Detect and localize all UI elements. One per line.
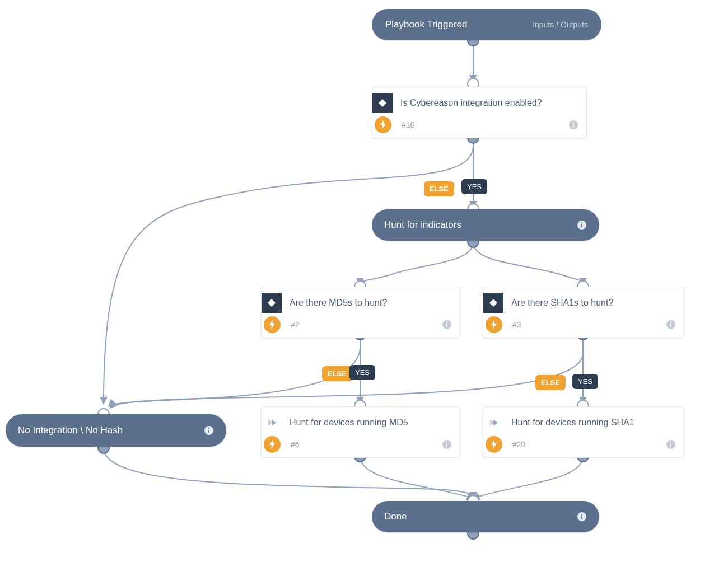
node-id: #20	[512, 440, 525, 449]
node-id: #2	[291, 320, 300, 329]
svg-rect-36	[446, 444, 447, 447]
node-sha1-question[interactable]: Are there SHA1s to hunt? #3	[483, 287, 684, 338]
bolt-icon	[486, 316, 502, 333]
section-title: No Integration \ No Hash	[18, 425, 123, 436]
node-question: Hunt for devices running SHA1	[511, 417, 634, 428]
inputs-outputs-link[interactable]: Inputs / Outputs	[533, 20, 588, 29]
node-md5-question[interactable]: Are there MD5s to hunt? #2	[261, 287, 460, 338]
svg-point-34	[208, 428, 209, 429]
info-icon[interactable]	[666, 439, 676, 449]
node-sha1-run[interactable]: Hunt for devices running SHA1 #20	[483, 406, 684, 458]
svg-rect-17	[379, 99, 386, 107]
branch-yes: YES	[461, 179, 487, 194]
branch-yes: YES	[349, 365, 375, 380]
info-icon[interactable]	[577, 220, 587, 230]
condition-icon	[483, 293, 503, 313]
svg-rect-22	[581, 224, 582, 227]
task-icon	[483, 413, 503, 433]
svg-rect-24	[268, 299, 276, 307]
section-title: Hunt for indicators	[384, 219, 461, 231]
node-id: #16	[402, 120, 414, 129]
task-icon	[262, 413, 282, 433]
info-icon[interactable]	[577, 512, 587, 522]
branch-else: ELSE	[424, 181, 454, 196]
info-icon[interactable]	[568, 120, 578, 130]
node-done[interactable]: Done	[372, 501, 599, 532]
branch-else: ELSE	[535, 375, 566, 390]
node-id: #6	[291, 440, 300, 449]
svg-point-43	[581, 514, 582, 515]
branch-yes: YES	[572, 374, 598, 389]
node-hunt-indicators[interactable]: Hunt for indicators	[372, 209, 599, 241]
branch-else: ELSE	[322, 366, 352, 381]
node-question: Is Cybereason integration enabled?	[400, 97, 542, 109]
svg-rect-33	[208, 430, 209, 433]
info-icon[interactable]	[442, 320, 452, 330]
bolt-icon	[264, 316, 281, 333]
svg-rect-19	[573, 124, 574, 127]
node-cybereason-enabled[interactable]: Is Cybereason integration enabled? #16	[372, 87, 587, 138]
node-question: Are there MD5s to hunt?	[290, 297, 387, 308]
node-id: #3	[512, 320, 521, 329]
bolt-icon	[486, 436, 502, 453]
section-title: Done	[384, 511, 407, 522]
start-node[interactable]: Playbook Triggered Inputs / Outputs	[372, 9, 601, 40]
svg-rect-39	[670, 444, 671, 447]
node-question: Hunt for devices running MD5	[290, 417, 408, 428]
node-md5-run[interactable]: Hunt for devices running MD5 #6	[261, 406, 460, 458]
svg-point-31	[670, 322, 671, 323]
bolt-icon	[375, 116, 391, 133]
condition-icon	[262, 293, 282, 313]
svg-point-37	[446, 442, 447, 443]
info-icon[interactable]	[666, 320, 676, 330]
start-title: Playbook Triggered	[385, 19, 467, 30]
condition-icon	[372, 93, 393, 113]
svg-point-20	[573, 122, 574, 123]
svg-point-27	[446, 322, 447, 323]
svg-rect-26	[446, 324, 447, 327]
info-icon[interactable]	[204, 425, 214, 435]
node-question: Are there SHA1s to hunt?	[511, 297, 613, 308]
node-no-integration[interactable]: No Integration \ No Hash	[6, 414, 226, 447]
info-icon[interactable]	[442, 439, 452, 449]
svg-point-40	[670, 442, 671, 443]
svg-rect-30	[670, 324, 671, 327]
svg-rect-42	[581, 516, 582, 519]
bolt-icon	[264, 436, 281, 453]
svg-rect-28	[489, 299, 497, 307]
svg-point-23	[581, 222, 582, 223]
